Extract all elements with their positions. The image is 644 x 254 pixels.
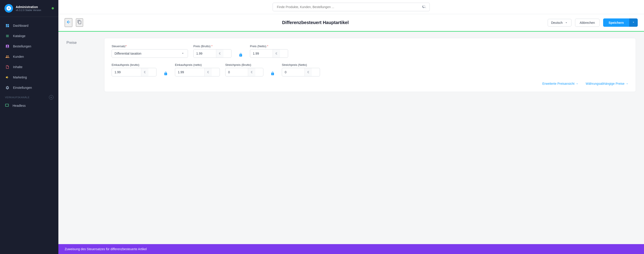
price-netto-label: Preis (Netto) *: [250, 45, 288, 48]
sidebar-item-label: Bestellungen: [13, 45, 31, 48]
price-brutto-currency: €: [216, 50, 224, 58]
streich-brutto-input-wrap: €: [225, 68, 264, 76]
tax-rate-chevron-icon[interactable]: [178, 52, 188, 56]
page-title: Differenzbesteuert Hauptartikel: [87, 20, 544, 25]
channels-section-header: Verkaufskanäle +: [0, 93, 58, 101]
price-netto-input[interactable]: [250, 50, 272, 58]
content-header: Differenzbesteuert Hauptartikel Deutsch …: [58, 14, 644, 32]
streich-brutto-field-group: Streichpreis (Brutto) €: [225, 63, 264, 76]
streich-netto-input-wrap: €: [282, 68, 320, 76]
lang-label: Deutsch: [551, 21, 562, 25]
sidebar-item-bestellungen[interactable]: Bestellungen: [0, 41, 58, 52]
erweiterte-preisansicht-link[interactable]: Erweiterte Preisansicht →: [542, 82, 578, 85]
back-button[interactable]: [65, 18, 72, 27]
einkauf-netto-label: Einkaufspreis (netto): [175, 63, 220, 67]
waehrungsabhaengige-preise-link[interactable]: Währungsabhängige Preise →: [586, 82, 628, 85]
inhalte-icon: [5, 65, 10, 70]
bottom-message: Zuweisung des Steuersatzes für differenz…: [65, 247, 147, 251]
price-brutto-label: Preis (Brutto) *: [193, 45, 232, 48]
save-button-group: Speichern: [603, 19, 638, 27]
price-brutto-input[interactable]: [194, 50, 216, 58]
topbar: [58, 0, 644, 14]
sidebar-brand-info: Administration v6.3.2.0 Stable Version: [16, 5, 41, 12]
tax-rate-select[interactable]: [112, 49, 188, 58]
price-links-row: Erweiterte Preisansicht → Währungsabhäng…: [112, 82, 628, 85]
save-button[interactable]: Speichern: [603, 19, 629, 27]
streich-netto-field-group: Streichpreis (Netto) €: [282, 63, 320, 76]
sidebar: Administration v6.3.2.0 Stable Version D…: [0, 0, 58, 254]
headless-channel[interactable]: Headless: [0, 101, 58, 110]
einstellungen-icon: [5, 85, 10, 90]
kunden-icon: [5, 54, 10, 59]
streich-netto-currency: €: [304, 68, 312, 76]
prices-card: Steuersatz* Preis (Brutto) *: [104, 38, 636, 92]
status-indicator: [52, 7, 54, 10]
sidebar-item-label: Kataloge: [13, 34, 25, 38]
sidebar-item-dashboard[interactable]: Dashboard: [0, 21, 58, 31]
brand-title: Administration: [16, 5, 41, 9]
einkauf-netto-currency: €: [204, 68, 212, 76]
copy-button[interactable]: [76, 19, 83, 27]
sidebar-item-label: Kunden: [13, 55, 24, 59]
language-selector[interactable]: Deutsch: [548, 19, 571, 27]
tax-price-row: Steuersatz* Preis (Brutto) *: [112, 45, 628, 58]
brutto-netto-lock-icon[interactable]: [237, 53, 244, 58]
channels-section-label: Verkaufskanäle: [5, 96, 30, 99]
einkauf-netto-input[interactable]: [175, 68, 204, 76]
search-input[interactable]: [272, 3, 430, 11]
bottom-notification-bar: Zuweisung des Steuersatzes für differenz…: [58, 244, 644, 254]
brand-version: v6.3.2.0 Stable Version: [16, 9, 41, 12]
sidebar-item-label: Einstellungen: [13, 86, 32, 89]
streich-lock-icon[interactable]: [269, 72, 276, 76]
tax-rate-label: Steuersatz*: [112, 45, 188, 48]
streich-brutto-input[interactable]: [226, 68, 248, 76]
price-netto-field-group: Preis (Netto) * €: [250, 45, 288, 58]
prices-section-label: Preise: [66, 38, 98, 45]
dashboard-icon: [5, 23, 10, 28]
cancel-button[interactable]: Abbrechen: [575, 19, 600, 27]
prices-section-row: Preise Steuersatz*: [66, 38, 636, 92]
content-body: Preise Steuersatz*: [58, 32, 644, 244]
marketing-icon: [5, 75, 10, 80]
sidebar-item-label: Marketing: [13, 76, 27, 79]
main-content: Differenzbesteuert Hauptartikel Deutsch …: [58, 0, 644, 254]
einkauf-lock-icon[interactable]: [162, 72, 170, 76]
einkauf-netto-input-wrap: €: [175, 68, 220, 76]
sidebar-item-marketing[interactable]: Marketing: [0, 72, 58, 83]
brand-logo: [4, 4, 13, 13]
einkauf-brutto-input-wrap: €: [112, 68, 156, 76]
sidebar-item-label: Dashboard: [13, 24, 28, 28]
headless-icon: [5, 103, 10, 108]
kataloge-icon: [5, 34, 10, 39]
add-channel-button[interactable]: +: [49, 95, 54, 100]
einkauf-brutto-field-group: Einkaufspreis (brutto) €: [112, 63, 156, 76]
tax-rate-input[interactable]: [112, 50, 178, 58]
price-netto-currency: €: [272, 50, 280, 58]
einkauf-brutto-label: Einkaufspreis (brutto): [112, 63, 156, 67]
streich-brutto-currency: €: [248, 68, 255, 76]
sidebar-item-label: Inhalte: [13, 65, 22, 69]
price-brutto-field-group: Preis (Brutto) * €: [193, 45, 232, 58]
save-dropdown-button[interactable]: [629, 19, 638, 27]
price-brutto-input-wrap: €: [193, 49, 232, 58]
search-bar: [272, 3, 430, 11]
einkauf-netto-field-group: Einkaufspreis (netto) €: [175, 63, 220, 76]
einkauf-brutto-input[interactable]: [112, 68, 141, 76]
sidebar-header: Administration v6.3.2.0 Stable Version: [0, 0, 58, 17]
price-netto-input-wrap: €: [250, 49, 288, 58]
search-icon: [422, 4, 427, 10]
sidebar-item-kunden[interactable]: Kunden: [0, 52, 58, 62]
streich-brutto-label: Streichpreis (Brutto): [225, 63, 264, 67]
tax-rate-field-group: Steuersatz*: [112, 45, 188, 58]
sidebar-item-inhalte[interactable]: Inhalte: [0, 62, 58, 72]
sidebar-item-kataloge[interactable]: Kataloge: [0, 31, 58, 41]
streich-netto-label: Streichpreis (Netto): [282, 63, 320, 67]
headless-label: Headless: [12, 104, 26, 107]
einkauf-brutto-currency: €: [141, 68, 148, 76]
purchase-streich-row: Einkaufspreis (brutto) € Einkaufspreis (…: [112, 63, 628, 76]
sidebar-navigation: Dashboard Kataloge Bestellungen Kunden I…: [0, 17, 58, 254]
streich-netto-input[interactable]: [282, 68, 304, 76]
bestellungen-icon: [5, 44, 10, 49]
sidebar-item-einstellungen[interactable]: Einstellungen: [0, 83, 58, 93]
